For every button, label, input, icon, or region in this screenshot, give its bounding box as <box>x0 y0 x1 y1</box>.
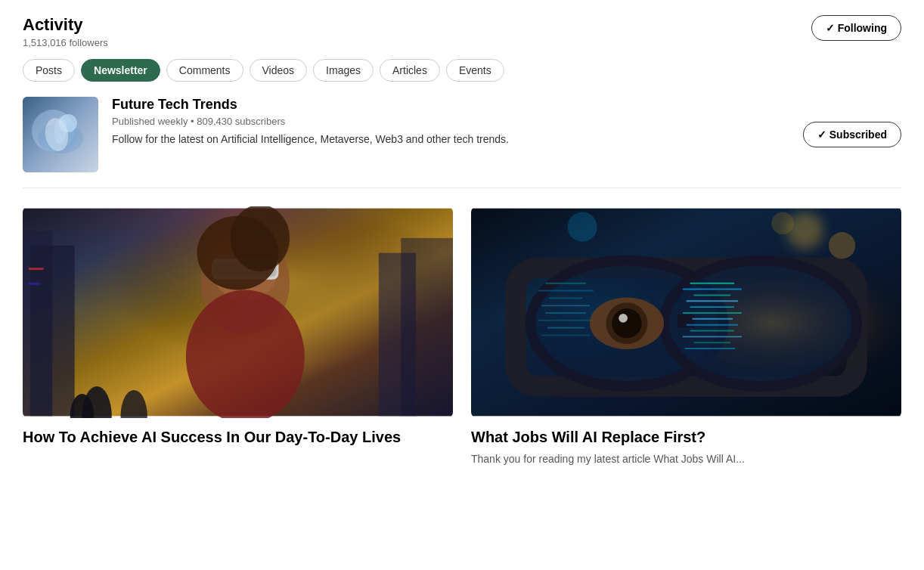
svg-point-55 <box>612 308 641 338</box>
svg-rect-15 <box>29 283 40 285</box>
svg-rect-14 <box>29 268 44 271</box>
newsletter-description: Follow for the latest on Artificial Inte… <box>112 132 789 147</box>
subscribed-button[interactable]: ✓ Subscribed <box>803 122 901 147</box>
article-image-1 <box>23 206 453 418</box>
svg-point-59 <box>771 212 793 234</box>
svg-rect-49 <box>545 312 586 314</box>
header-row: Activity 1,513,016 followers ✓ Following <box>23 15 901 48</box>
svg-rect-42 <box>683 336 742 338</box>
svg-point-25 <box>231 206 290 271</box>
svg-point-23 <box>186 290 305 418</box>
svg-rect-38 <box>683 312 742 314</box>
svg-rect-36 <box>687 301 739 302</box>
following-button[interactable]: ✓ Following <box>811 15 901 41</box>
svg-rect-33 <box>690 283 734 284</box>
svg-rect-45 <box>545 283 586 284</box>
svg-rect-34 <box>683 289 742 290</box>
svg-rect-32 <box>677 314 696 328</box>
svg-rect-50 <box>538 320 594 321</box>
svg-point-56 <box>619 314 628 323</box>
title-block: Activity 1,513,016 followers <box>23 15 108 48</box>
svg-rect-11 <box>30 246 75 417</box>
tab-articles[interactable]: Articles <box>380 59 440 82</box>
article-image-2 <box>471 206 901 418</box>
article-title-2: What Jobs Will AI Replace First? <box>471 427 901 447</box>
article-card-1[interactable]: How To Achieve AI Success In Our Day-To-… <box>23 206 453 467</box>
svg-rect-52 <box>541 335 590 336</box>
page-container: Activity 1,513,016 followers ✓ Following… <box>0 0 924 482</box>
svg-point-60 <box>568 212 597 242</box>
newsletter-meta: Published weekly • 809,430 subscribers <box>112 116 789 127</box>
svg-rect-44 <box>685 348 736 349</box>
article-excerpt-2: Thank you for reading my latest article … <box>471 451 901 467</box>
filter-tabs: Posts Newsletter Comments Videos Images … <box>23 59 901 82</box>
newsletter-title: Future Tech Trends <box>112 97 789 113</box>
svg-rect-37 <box>690 307 734 308</box>
svg-rect-47 <box>549 298 582 299</box>
followers-count: 1,513,016 followers <box>23 37 108 48</box>
page-title: Activity <box>23 15 108 35</box>
svg-rect-46 <box>538 290 594 292</box>
tab-images[interactable]: Images <box>313 59 374 82</box>
svg-point-58 <box>829 232 855 259</box>
tab-videos[interactable]: Videos <box>250 59 308 82</box>
tab-comments[interactable]: Comments <box>166 59 243 82</box>
svg-rect-51 <box>547 327 584 329</box>
article-card-2[interactable]: What Jobs Will AI Replace First? Thank y… <box>471 206 901 467</box>
svg-rect-35 <box>693 295 730 296</box>
svg-rect-41 <box>690 330 734 332</box>
svg-rect-43 <box>693 342 730 344</box>
articles-grid: How To Achieve AI Success In Our Day-To-… <box>23 206 901 467</box>
svg-rect-40 <box>687 324 739 326</box>
tab-newsletter[interactable]: Newsletter <box>81 59 160 82</box>
tab-posts[interactable]: Posts <box>23 59 75 82</box>
newsletter-info: Future Tech Trends Published weekly • 80… <box>112 97 789 147</box>
svg-rect-48 <box>541 305 590 307</box>
svg-rect-13 <box>401 238 453 416</box>
article-title-1: How To Achieve AI Success In Our Day-To-… <box>23 427 453 447</box>
newsletter-thumbnail <box>23 97 98 172</box>
svg-rect-39 <box>692 318 733 320</box>
newsletter-card: Future Tech Trends Published weekly • 80… <box>23 97 901 188</box>
tab-events[interactable]: Events <box>446 59 504 82</box>
